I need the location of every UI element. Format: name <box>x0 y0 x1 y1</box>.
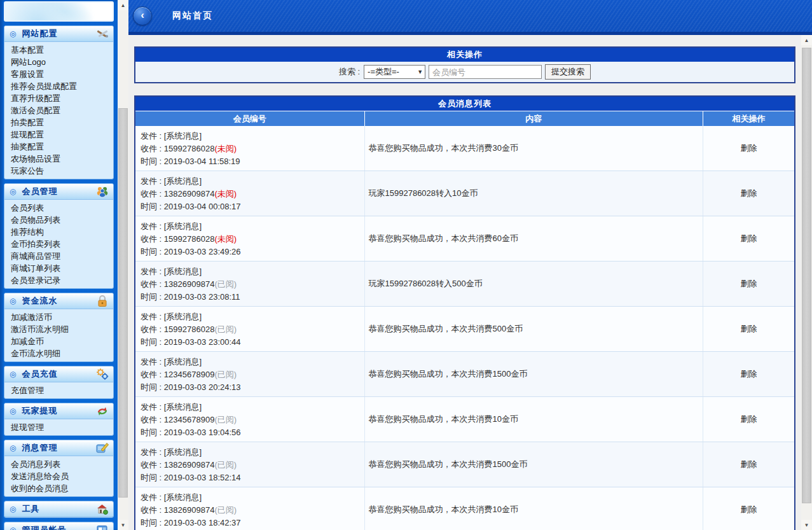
section-title: 工具 <box>22 503 39 515</box>
message-table: 会员消息列表 会员编号 内容 相关操作 发件 : [系统消息] 收件 : 159… <box>134 95 795 530</box>
sidebar-item[interactable]: 会员物品列表 <box>4 214 113 226</box>
sidebar-item[interactable]: 推荐结构 <box>4 226 113 238</box>
tools-icon <box>95 27 109 40</box>
cell-content: 恭喜您购买物品成功，本次共消费60金币 <box>365 216 704 261</box>
section-title: 资金流水 <box>22 295 57 307</box>
scroll-up-icon[interactable]: ▲ <box>118 0 128 10</box>
time-line: 时间 : 2019-03-03 20:24:13 <box>141 381 362 394</box>
sidebar-section-header[interactable]: ◎ 工具 <box>4 501 113 517</box>
main-scrollbar-thumb[interactable] <box>802 48 811 503</box>
sidebar-item[interactable]: 充值管理 <box>4 384 113 396</box>
cell-member: 发件 : [系统消息] 收件 : 13826909874(已阅) 时间 : 20… <box>135 262 365 306</box>
delete-link[interactable]: 删除 <box>740 504 757 515</box>
sidebar-item[interactable]: 网站Logo <box>4 56 113 68</box>
type-select[interactable]: -=类型=- ▼ <box>364 65 425 79</box>
sidebar-item[interactable]: 拍卖配置 <box>4 116 113 129</box>
scroll-down-icon[interactable]: ▼ <box>118 520 128 530</box>
cell-member: 发件 : [系统消息] 收件 : 12345678909(已阅) 时间 : 20… <box>135 397 365 442</box>
sidebar-item[interactable]: 直荐升级配置 <box>4 92 113 104</box>
sidebar-item[interactable]: 加减激活币 <box>4 311 113 323</box>
cell-member: 发件 : [系统消息] 收件 : 15992786028(未阅) 时间 : 20… <box>135 126 365 171</box>
submit-search-button[interactable]: 提交搜索 <box>545 64 591 80</box>
sidebar-item[interactable]: 会员消息列表 <box>4 458 113 470</box>
sidebar-section: ◎ 管理员帐号 i <box>4 522 114 530</box>
sidebar-item[interactable]: 激活币流水明细 <box>4 323 113 335</box>
delete-link[interactable]: 删除 <box>740 233 757 244</box>
sidebar-item[interactable]: 提现配置 <box>4 129 113 141</box>
sidebar-section-header[interactable]: ◎ 玩家提现 <box>4 403 113 419</box>
cell-content: 恭喜您购买物品成功，本次共消费1500金币 <box>365 352 704 396</box>
sidebar-item[interactable]: 发送消息给会员 <box>4 470 113 482</box>
table-row: 发件 : [系统消息] 收件 : 13826909874(已阅) 时间 : 20… <box>135 442 794 487</box>
cell-content: 玩家15992786028转入10金币 <box>365 171 704 216</box>
delete-link[interactable]: 删除 <box>740 143 757 154</box>
delete-link[interactable]: 删除 <box>740 414 757 425</box>
receiver-line: 收件 : 13826909874(已阅) <box>141 504 362 517</box>
transfer-icon <box>95 405 109 417</box>
sidebar-section-header[interactable]: ◎ 资金流水 <box>4 293 113 309</box>
sidebar-scrollbar-track[interactable] <box>118 10 128 520</box>
cell-member: 发件 : [系统消息] 收件 : 13826909874(已阅) 时间 : 20… <box>135 442 365 487</box>
sidebar-section-header[interactable]: ◎ 会员管理 <box>4 184 113 200</box>
delete-link[interactable]: 删除 <box>740 278 757 289</box>
sidebar-section-header[interactable]: ◎ 会员充值 <box>4 366 113 382</box>
sidebar-scrollbar-thumb[interactable] <box>118 108 128 498</box>
sidebar-item[interactable]: 提现管理 <box>4 421 113 433</box>
sidebar-item[interactable]: 金币流水明细 <box>4 347 113 359</box>
sidebar-section-items: 充值管理 <box>4 382 113 398</box>
delete-link[interactable]: 删除 <box>740 459 757 470</box>
sidebar-section-header[interactable]: ◎ 管理员帐号 i <box>4 522 113 530</box>
cell-action: 删除 <box>703 397 794 442</box>
section-title: 管理员帐号 <box>22 524 66 530</box>
time-line: 时间 : 2019-03-03 18:42:37 <box>141 517 362 529</box>
delete-link[interactable]: 删除 <box>740 188 757 199</box>
sidebar-item[interactable]: 农场物品设置 <box>4 153 113 165</box>
section-bullet-icon: ◎ <box>10 187 16 196</box>
sidebar-item[interactable]: 基本配置 <box>4 44 113 56</box>
column-actions: 相关操作 <box>703 111 794 126</box>
sidebar-section: ◎ 网站配置 基本配置网站Logo客服设置推荐会员提成配置直荐升级配置激活会员配… <box>4 25 114 179</box>
sidebar-section: ◎ 资金流水 加减激活币激活币流水明细加减金币金币流水明细 <box>4 293 114 362</box>
search-input[interactable] <box>429 65 542 79</box>
sidebar-item[interactable]: 加减金币 <box>4 335 113 347</box>
sidebar-item[interactable]: 商城商品管理 <box>4 250 113 262</box>
sidebar-item[interactable]: 客服设置 <box>4 68 113 80</box>
time-line: 时间 : 2019-03-03 23:00:44 <box>141 336 362 349</box>
sidebar-section-items: 会员列表会员物品列表推荐结构金币拍卖列表商城商品管理商城订单列表会员登录记录 <box>4 200 113 288</box>
scroll-up-icon[interactable]: ▲ <box>801 35 812 45</box>
sidebar-section-header[interactable]: ◎ 消息管理 <box>4 440 113 456</box>
sidebar-section-header[interactable]: ◎ 网站配置 <box>4 26 113 42</box>
cell-action: 删除 <box>703 352 794 396</box>
sidebar-item[interactable]: 推荐会员提成配置 <box>4 80 113 92</box>
sidebar-item[interactable]: 金币拍卖列表 <box>4 238 113 250</box>
sidebar-section-items: 会员消息列表发送消息给会员收到的会员消息 <box>4 456 113 496</box>
sidebar-item[interactable]: 激活会员配置 <box>4 104 113 116</box>
main-scrollbar[interactable]: ▲ ▼ <box>801 35 812 530</box>
delete-link[interactable]: 删除 <box>740 323 757 335</box>
column-content: 内容 <box>365 111 704 126</box>
sidebar-scrollbar[interactable]: ▲ ▼ <box>118 0 128 530</box>
cell-action: 删除 <box>703 126 794 171</box>
cell-member: 发件 : [系统消息] 收件 : 15992786028(已阅) 时间 : 20… <box>135 307 365 351</box>
search-panel: 相关操作 搜索 : -=类型=- ▼ 提交搜索 <box>134 46 795 83</box>
sidebar-item[interactable]: 抽奖配置 <box>4 141 113 153</box>
section-bullet-icon: ◎ <box>10 443 16 452</box>
back-button[interactable]: ‹ <box>133 6 152 25</box>
section-title: 消息管理 <box>22 442 57 454</box>
main-scrollbar-track[interactable] <box>801 45 812 520</box>
sidebar-section: ◎ 玩家提现 提现管理 <box>4 403 114 436</box>
delete-link[interactable]: 删除 <box>740 368 757 380</box>
receiver-line: 收件 : 15992786028(已阅) <box>141 323 362 336</box>
sidebar-item[interactable]: 会员登录记录 <box>4 274 113 286</box>
users-icon <box>95 185 109 198</box>
scroll-down-icon[interactable]: ▼ <box>801 520 812 530</box>
table-title: 会员消息列表 <box>135 97 794 111</box>
sidebar-item[interactable]: 玩家公告 <box>4 165 113 177</box>
sidebar-item[interactable]: 会员列表 <box>4 202 113 214</box>
sidebar-item[interactable]: 收到的会员消息 <box>4 482 113 494</box>
sender-line: 发件 : [系统消息] <box>141 175 362 188</box>
table-row: 发件 : [系统消息] 收件 : 15992786028(未阅) 时间 : 20… <box>135 126 794 171</box>
sender-line: 发件 : [系统消息] <box>141 310 362 323</box>
sidebar-item[interactable]: 商城订单列表 <box>4 262 113 274</box>
cell-member: 发件 : [系统消息] 收件 : 13826909874(未阅) 时间 : 20… <box>135 171 365 216</box>
